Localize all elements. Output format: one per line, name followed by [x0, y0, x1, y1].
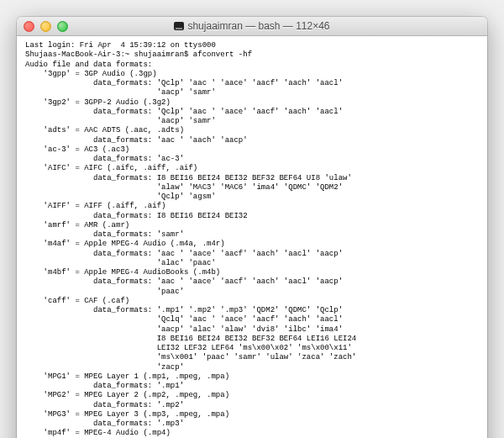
zoom-icon[interactable] [57, 21, 68, 32]
window-title-text: shujaaimran — bash — 112×46 [187, 20, 329, 32]
minimize-icon[interactable] [40, 21, 51, 32]
window-title: shujaaimran — bash — 112×46 [17, 20, 487, 32]
terminal-icon [174, 22, 184, 30]
close-icon[interactable] [24, 21, 34, 32]
terminal-output[interactable]: Last login: Fri Apr 4 15:39:12 on ttys00… [17, 36, 487, 438]
traffic-lights [24, 21, 68, 32]
titlebar[interactable]: shujaaimran — bash — 112×46 [17, 17, 487, 36]
terminal-window: shujaaimran — bash — 112×46 Last login: … [17, 17, 487, 438]
